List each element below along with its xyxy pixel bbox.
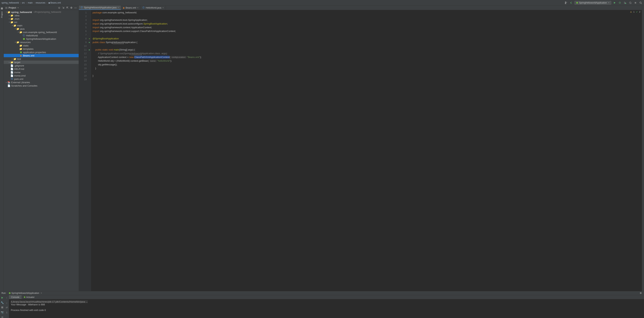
close-icon[interactable]: × xyxy=(162,6,164,9)
console-tab[interactable]: Console xyxy=(9,295,22,299)
tree-row[interactable]: ▾📁main xyxy=(4,24,79,27)
chevron-down-icon[interactable]: ▾ xyxy=(14,41,16,43)
debug-button[interactable] xyxy=(618,1,622,5)
tree-row[interactable]: ▾📁java xyxy=(4,27,79,30)
rerun-button[interactable] xyxy=(0,296,4,300)
gear-icon[interactable]: ⚙ xyxy=(639,291,642,295)
tree-row[interactable]: ▾📁spring_helloworld~/Projects/spring_hel… xyxy=(4,10,79,14)
line-number[interactable]: 9 xyxy=(79,40,87,44)
tree-row[interactable]: 📄HELP.md xyxy=(4,67,79,71)
chevron-down-icon[interactable]: ▾ xyxy=(14,28,16,30)
tree-row[interactable]: ▾📁src xyxy=(4,20,79,24)
line-number[interactable]: 18 xyxy=(79,74,87,78)
run-gutter-icon[interactable]: ▶ xyxy=(89,41,90,43)
coverage-button[interactable] xyxy=(623,1,627,5)
chevron-down-icon[interactable]: ▾ xyxy=(8,21,10,23)
close-icon[interactable]: × xyxy=(118,6,119,9)
line-number[interactable]: 13 xyxy=(79,55,87,59)
breadcrumb-item[interactable]: src xyxy=(22,1,25,4)
breadcrumb-item[interactable]: resources xyxy=(36,1,45,4)
line-number[interactable]: 16 xyxy=(79,66,87,70)
tree-row[interactable]: 📁templates xyxy=(4,47,79,50)
line-number[interactable]: 2 xyxy=(79,14,87,18)
line-number[interactable]: 14 xyxy=(79,59,87,63)
tree-row[interactable]: ▾📁com.example.spring_helloworld xyxy=(4,30,79,34)
camera-icon[interactable]: 📷 xyxy=(0,311,4,314)
breadcrumb-item[interactable]: main xyxy=(28,1,32,4)
line-number[interactable]: 4 xyxy=(79,22,87,26)
wrench-icon[interactable]: 🔧 xyxy=(0,301,4,305)
expand-all-icon[interactable]: ⇲ xyxy=(62,6,65,9)
code-area[interactable]: package com.example.spring_helloworld; i… xyxy=(91,10,642,291)
line-number[interactable]: 19 xyxy=(79,78,87,81)
select-opened-icon[interactable]: ⊙ xyxy=(58,6,61,9)
down-arrow-icon[interactable]: ↓ xyxy=(5,301,8,305)
tree-row[interactable]: ⒸHelloWorld xyxy=(4,34,79,37)
line-number[interactable]: 17 xyxy=(79,70,87,74)
line-number[interactable]: 5 xyxy=(79,26,87,29)
close-icon[interactable]: × xyxy=(137,6,138,9)
tree-row[interactable]: ⬢SpringHelloworldApplication xyxy=(4,37,79,40)
hide-icon[interactable]: — xyxy=(74,6,77,9)
chevron-right-icon[interactable]: ▸ xyxy=(8,61,10,63)
tree-row[interactable]: Ⓜpom.xml xyxy=(4,77,79,81)
run-tab[interactable]: ⬢ SpringHelloworldApplication × xyxy=(8,292,43,295)
editor-tab[interactable]: ⒸHelloWorld.java× xyxy=(140,5,166,10)
collapse-all-icon[interactable]: ⇱ xyxy=(66,6,69,9)
run-config-dropdown[interactable]: ⬢ SpringHelloworldApplication ▼ xyxy=(574,1,611,5)
project-tool-icon[interactable]: ▦ xyxy=(0,6,4,10)
chevron-down-icon[interactable]: ▾ xyxy=(11,24,14,26)
line-number[interactable]: 15 xyxy=(79,63,87,66)
profile-button[interactable]: ▾ xyxy=(628,1,632,5)
tree-row[interactable]: ⬢application.properties xyxy=(4,50,79,54)
add-user-icon[interactable]: ▾ xyxy=(564,1,568,5)
tree-row[interactable]: ◆Beans.xml xyxy=(4,54,79,57)
line-number[interactable]: 11 xyxy=(79,48,87,52)
chevron-down-icon[interactable]: ▾ xyxy=(5,11,8,13)
stop-button[interactable] xyxy=(0,306,4,309)
console-output[interactable]: /Library/Java/JavaVirtualMachines/jdk-17… xyxy=(9,299,644,318)
project-tree[interactable]: ▾📁spring_helloworld~/Projects/spring_hel… xyxy=(4,10,79,291)
chevron-down-icon[interactable]: ▾ xyxy=(17,31,19,33)
line-number[interactable]: 10 xyxy=(79,44,87,48)
search-icon[interactable] xyxy=(639,1,642,5)
chevron-right-icon[interactable]: ▸ xyxy=(11,58,14,60)
project-panel-title[interactable]: Project xyxy=(8,6,16,9)
gear-icon[interactable]: ⚙ xyxy=(70,6,73,9)
run-button[interactable] xyxy=(613,1,616,5)
breadcrumb-item[interactable]: Beans.xml xyxy=(50,1,61,4)
tree-row[interactable]: ▸📁target xyxy=(4,60,79,64)
tree-row[interactable]: ▸📁.mvn xyxy=(4,17,79,20)
tree-row[interactable]: ▾📁resources xyxy=(4,40,79,44)
editor-body[interactable]: 12345678910111213141516171819 ❧▶▶ packag… xyxy=(79,10,642,291)
line-number[interactable]: 3 xyxy=(79,18,87,22)
tree-row[interactable]: 📄mvnw xyxy=(4,71,79,74)
chevron-down-icon[interactable]: ▼ xyxy=(17,7,19,9)
chevron-right-icon[interactable]: ▸ xyxy=(5,81,8,83)
tree-row[interactable]: 📄.gitignore xyxy=(4,64,79,67)
inspection-summary[interactable]: ⚠1 ✔2 xyxy=(630,11,640,13)
editor-tab[interactable]: ⒸSpringHelloworldApplication.java× xyxy=(79,5,121,10)
chevron-right-icon[interactable]: ▸ xyxy=(8,14,10,16)
run-gutter-icon[interactable]: ▶ xyxy=(89,49,90,51)
tree-row[interactable]: 📁static xyxy=(4,44,79,47)
tree-row[interactable]: ▸📁test xyxy=(4,57,79,60)
breadcrumb-item[interactable]: spring_helloworld xyxy=(2,1,19,4)
editor-tab[interactable]: ◆Beans.xml× xyxy=(121,5,140,10)
tree-row[interactable]: ▸📁.idea xyxy=(4,14,79,17)
chevron-right-icon[interactable]: ▸ xyxy=(8,18,10,20)
line-number[interactable]: 12 xyxy=(79,52,87,55)
breadcrumb[interactable]: spring_helloworld src main resources ◆ B… xyxy=(2,1,61,4)
layout-icon[interactable]: ⊞ xyxy=(0,315,4,318)
up-arrow-icon[interactable]: ↑ xyxy=(5,296,8,300)
actuator-tab[interactable]: ⬢Actuator xyxy=(22,295,37,299)
project-tool-label[interactable]: Project xyxy=(0,10,3,19)
line-number[interactable]: 7 xyxy=(79,33,87,37)
soft-wrap-icon[interactable]: ⇄ xyxy=(5,306,8,309)
scroll-end-icon[interactable]: ⤓ xyxy=(5,311,8,314)
close-icon[interactable]: × xyxy=(41,292,42,295)
line-number[interactable]: 1 xyxy=(79,11,87,14)
tree-row[interactable]: ▸📚External Libraries xyxy=(4,81,79,84)
line-number[interactable]: 6 xyxy=(79,29,87,33)
stop-button[interactable] xyxy=(634,1,637,5)
